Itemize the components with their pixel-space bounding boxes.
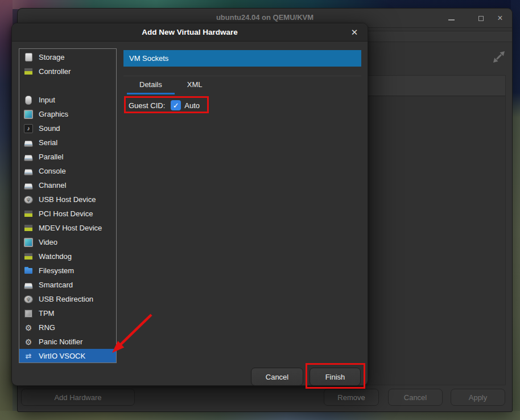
sidebar-item-video[interactable]: Video bbox=[19, 235, 116, 249]
sidebar-item-label: Storage bbox=[39, 53, 65, 61]
port-icon bbox=[24, 167, 33, 176]
vm-sockets-header: VM Sockets bbox=[123, 50, 361, 67]
sidebar-item-watchdog[interactable]: Watchdog bbox=[19, 249, 116, 263]
panel-tabs: DetailsXML bbox=[123, 76, 361, 94]
desktop: ubuntu24.04 on QEMU/KVM × bbox=[0, 0, 520, 420]
wallpaper-bottom-strip bbox=[0, 411, 520, 420]
dialog-close-button[interactable]: ✕ bbox=[346, 23, 363, 42]
finish-button[interactable]: Finish bbox=[309, 368, 361, 386]
auto-label[interactable]: Auto bbox=[184, 101, 200, 110]
hardware-type-list: StorageControllerInputGraphics♪SoundSeri… bbox=[19, 48, 117, 363]
card-icon bbox=[24, 209, 33, 219]
sidebar-item-label: USB Redirection bbox=[39, 295, 93, 303]
sidebar-item-label: MDEV Host Device bbox=[39, 224, 102, 232]
remove-button[interactable]: Remove bbox=[324, 389, 379, 406]
add-hardware-button[interactable]: Add Hardware bbox=[21, 389, 135, 406]
sidebar-item-mdev-host-device[interactable]: MDEV Host Device bbox=[19, 221, 116, 235]
sidebar-item-label: PCI Host Device bbox=[39, 209, 93, 218]
sidebar-item-label: Parallel bbox=[39, 153, 63, 161]
sidebar-item-pci-host-device[interactable]: PCI Host Device bbox=[19, 207, 116, 221]
sidebar-item-label: Sound bbox=[39, 124, 60, 133]
sidebar-item-label: TPM bbox=[39, 309, 54, 318]
sidebar-item-controller[interactable]: Controller bbox=[19, 64, 116, 79]
vm-cancel-button[interactable]: Cancel bbox=[388, 389, 443, 406]
apply-button[interactable]: Apply bbox=[451, 389, 505, 406]
sidebar-item-filesystem[interactable]: Filesystem bbox=[19, 263, 116, 278]
sidebar-spacer bbox=[19, 79, 116, 93]
port-icon bbox=[24, 281, 33, 290]
port-icon bbox=[24, 181, 33, 190]
close-button[interactable]: × bbox=[490, 9, 510, 28]
usb-icon: ψ bbox=[24, 295, 33, 303]
vm-window-title: ubuntu24.04 on QEMU/KVM bbox=[18, 13, 512, 22]
sidebar-item-graphics[interactable]: Graphics bbox=[19, 107, 116, 121]
sidebar-item-usb-redirection[interactable]: ψUSB Redirection bbox=[19, 292, 116, 306]
sidebar-item-label: Filesystem bbox=[39, 266, 74, 275]
sidebar-item-smartcard[interactable]: Smartcard bbox=[19, 278, 116, 292]
gear-icon: ⚙ bbox=[24, 337, 33, 347]
sidebar-item-label: Input bbox=[39, 96, 55, 104]
sidebar-item-label: RNG bbox=[39, 323, 55, 332]
dialog-titlebar[interactable]: Add New Virtual Hardware ✕ bbox=[12, 23, 368, 42]
checkmark-icon: ✓ bbox=[173, 102, 179, 109]
add-hardware-dialog: Add New Virtual Hardware ✕ StorageContro… bbox=[11, 23, 368, 386]
disk-icon bbox=[24, 53, 33, 62]
maximize-icon bbox=[478, 16, 484, 21]
sidebar-item-storage[interactable]: Storage bbox=[19, 50, 116, 64]
sidebar-item-sound[interactable]: ♪Sound bbox=[19, 121, 116, 135]
chip-icon bbox=[24, 309, 33, 318]
gear-icon: ⚙ bbox=[24, 323, 33, 332]
card-icon bbox=[24, 224, 33, 233]
usb-icon: ψ bbox=[24, 196, 33, 204]
sidebar-item-label: Smartcard bbox=[39, 281, 73, 289]
sidebar-item-label: Serial bbox=[39, 138, 57, 147]
sidebar-item-label: VirtIO VSOCK bbox=[39, 352, 85, 360]
tab-details[interactable]: Details bbox=[127, 76, 175, 94]
sidebar-item-label: Controller bbox=[39, 67, 71, 76]
minimize-button[interactable] bbox=[441, 9, 461, 28]
vm-sockets-header-label: VM Sockets bbox=[129, 54, 168, 63]
sound-icon: ♪ bbox=[24, 124, 33, 133]
auto-checkbox[interactable]: ✓ bbox=[171, 100, 181, 110]
sidebar-item-virtio-vsock[interactable]: ⇄VirtIO VSOCK bbox=[19, 349, 116, 363]
sidebar-item-serial[interactable]: Serial bbox=[19, 135, 116, 150]
port-icon bbox=[24, 153, 33, 162]
close-icon: × bbox=[497, 14, 502, 23]
sidebar-item-usb-host-device[interactable]: ψUSB Host Device bbox=[19, 192, 116, 207]
sidebar-item-label: Console bbox=[39, 167, 66, 175]
guest-cid-label: Guest CID: bbox=[129, 101, 165, 110]
port-icon bbox=[24, 138, 33, 147]
fullscreen-icon bbox=[492, 50, 506, 64]
maximize-button[interactable] bbox=[471, 9, 490, 28]
sidebar-item-tpm[interactable]: TPM bbox=[19, 306, 116, 320]
monitor-icon bbox=[24, 238, 33, 247]
monitor-icon bbox=[24, 110, 33, 119]
guest-cid-row: Guest CID: ✓ Auto bbox=[129, 98, 200, 113]
dialog-cancel-button[interactable]: Cancel bbox=[251, 368, 303, 386]
vsock-icon: ⇄ bbox=[24, 352, 33, 361]
sidebar-item-label: Video bbox=[39, 238, 57, 246]
fullscreen-button[interactable] bbox=[491, 49, 507, 65]
card-icon bbox=[24, 252, 33, 261]
mouse-icon bbox=[24, 96, 33, 105]
sidebar-item-label: Panic Notifier bbox=[39, 337, 82, 346]
sidebar-item-rng[interactable]: ⚙RNG bbox=[19, 320, 116, 335]
wallpaper-left-strip bbox=[0, 0, 13, 420]
card-icon bbox=[24, 67, 33, 76]
tab-xml[interactable]: XML bbox=[175, 76, 215, 94]
folder-icon bbox=[24, 266, 33, 275]
sidebar-item-parallel[interactable]: Parallel bbox=[19, 150, 116, 164]
sidebar-item-panic-notifier[interactable]: ⚙Panic Notifier bbox=[19, 335, 116, 349]
sidebar-item-input[interactable]: Input bbox=[19, 93, 116, 107]
minimize-icon bbox=[448, 19, 455, 20]
sidebar-item-label: Channel bbox=[39, 181, 66, 190]
sidebar-item-label: Graphics bbox=[39, 110, 68, 118]
sidebar-item-label: Watchdog bbox=[39, 252, 72, 261]
dialog-title: Add New Virtual Hardware bbox=[12, 28, 368, 36]
sidebar-item-channel[interactable]: Channel bbox=[19, 178, 116, 192]
sidebar-item-label: USB Host Device bbox=[39, 195, 96, 204]
sidebar-item-console[interactable]: Console bbox=[19, 164, 116, 178]
